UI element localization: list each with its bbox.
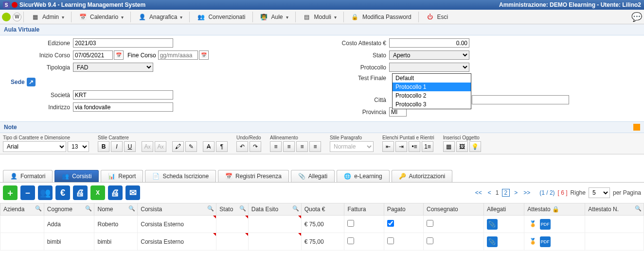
print2-button[interactable]: 🖨: [108, 185, 123, 200]
search-icon[interactable]: 🔍: [207, 205, 214, 212]
menu-convenzionati[interactable]: 👥Convenzionati: [192, 11, 250, 23]
excel-button[interactable]: X: [90, 185, 105, 200]
bold-button[interactable]: B: [98, 141, 109, 152]
indirizzo-input[interactable]: [73, 102, 173, 112]
protocollo-option[interactable]: Protocollo 2: [393, 91, 471, 100]
menu-admin[interactable]: ▦Admin: [26, 11, 69, 23]
menu-esci[interactable]: ⏻Esci: [421, 11, 453, 23]
col-attestato-n-[interactable]: Attestato N.🔍: [585, 203, 644, 216]
col-corsista[interactable]: Corsista🔍: [138, 203, 216, 216]
pagato-checkbox[interactable]: [387, 220, 394, 227]
protocollo-dropdown[interactable]: DefaultProtocollo 1Protocollo 2Protocoll…: [392, 73, 471, 109]
table-row[interactable]: AddaRobertoCorsista Esterno€ 75,00📎🏅 PDF: [0, 216, 644, 233]
inizio-corso-input[interactable]: [73, 50, 113, 60]
col-data-esito[interactable]: Data Esito🔍: [248, 203, 301, 216]
fattura-checkbox[interactable]: [347, 220, 354, 227]
menu-moduli[interactable]: ▤Moduli: [298, 11, 341, 23]
edizione-input[interactable]: [73, 38, 173, 48]
tab-autorizzazioni[interactable]: 🔑Autorizzazioni: [392, 170, 453, 182]
pdf-icon[interactable]: PDF: [540, 219, 551, 230]
remove-button[interactable]: －: [20, 185, 35, 200]
societa-input[interactable]: [73, 90, 173, 100]
menu-aule[interactable]: 👨‍🏫Aule: [255, 11, 293, 23]
tab-registri-presenza[interactable]: 📅Registri Presenza: [218, 170, 289, 182]
search-icon[interactable]: 🔍: [635, 205, 642, 212]
outdent-button[interactable]: ⇤: [382, 141, 394, 152]
consegnato-checkbox[interactable]: [427, 220, 433, 227]
insert-image-button[interactable]: 🖼: [456, 141, 468, 152]
clear-format-button[interactable]: A̶: [203, 141, 215, 152]
search-icon[interactable]: 🔍: [128, 205, 135, 212]
fattura-checkbox[interactable]: [347, 237, 354, 244]
search-icon[interactable]: 🔍: [239, 205, 246, 212]
pager-next[interactable]: >: [513, 189, 519, 196]
text-color-button[interactable]: 🖍: [172, 141, 184, 152]
redo-button[interactable]: ↷: [250, 141, 261, 152]
tab-scheda-iscrizione[interactable]: 📄Scheda Iscrizione: [145, 170, 216, 182]
number-list-button[interactable]: 1≡: [422, 141, 433, 152]
note-minimize-icon[interactable]: [633, 124, 640, 131]
inizio-corso-calendar-icon[interactable]: 📅: [114, 50, 124, 60]
superscript-button[interactable]: Ax: [155, 141, 166, 152]
pager-prev[interactable]: <: [486, 189, 493, 196]
group-button[interactable]: 👥: [38, 185, 53, 200]
search-icon[interactable]: 🔍: [85, 205, 92, 212]
align-right-button[interactable]: ≡: [296, 141, 308, 152]
pagato-checkbox[interactable]: [387, 237, 394, 244]
stato-select[interactable]: Aperto: [389, 50, 469, 60]
align-center-button[interactable]: ≡: [283, 141, 295, 152]
tab-e-learning[interactable]: 🌐e-Learning: [337, 170, 389, 182]
award-icon[interactable]: 🏅: [527, 218, 538, 229]
col-pagato[interactable]: Pagato: [384, 203, 423, 216]
highlight-button[interactable]: ✎: [185, 141, 197, 152]
indent-button[interactable]: ⇥: [395, 141, 407, 152]
consegnato-checkbox[interactable]: [427, 237, 433, 244]
font-size-select[interactable]: 13: [68, 141, 89, 152]
col-attestato[interactable]: Attestato🔒: [524, 203, 585, 216]
pager-page-2[interactable]: 2: [502, 189, 510, 197]
add-button[interactable]: ＋: [3, 185, 18, 200]
chat-icon[interactable]: 💬: [631, 12, 642, 22]
col-nome[interactable]: Nome🔍: [94, 203, 138, 216]
col-stato[interactable]: Stato🔍: [216, 203, 248, 216]
pager-first[interactable]: <<: [474, 189, 483, 196]
menu-calendario[interactable]: 📅Calendario: [73, 11, 128, 23]
pager-last[interactable]: >>: [522, 189, 532, 196]
underline-button[interactable]: U: [124, 141, 136, 152]
protocollo-select[interactable]: [389, 63, 469, 72]
pdf-icon[interactable]: PDF: [540, 236, 551, 247]
subscript-button[interactable]: Ax: [142, 141, 153, 152]
tab-corsisti[interactable]: 👥Corsisti: [54, 170, 99, 182]
protocollo-option[interactable]: Protocollo 1: [393, 83, 471, 91]
col-consegnato[interactable]: Consegnato: [424, 203, 484, 216]
align-justify-button[interactable]: ≡: [309, 141, 321, 152]
euro-button[interactable]: €: [55, 185, 70, 200]
rows-per-page-select[interactable]: 5: [589, 187, 610, 198]
tab-allegati[interactable]: 📎Allegati: [291, 170, 335, 182]
menu-anagrafica[interactable]: 👤Anagrafica: [133, 11, 187, 23]
fine-corso-calendar-icon[interactable]: 📅: [199, 50, 209, 60]
undo-button[interactable]: ↶: [236, 141, 248, 152]
insert-table-button[interactable]: ▦: [443, 141, 455, 152]
bullet-list-button[interactable]: •≡: [409, 141, 420, 152]
mail-button[interactable]: ✉: [125, 185, 140, 200]
font-family-select[interactable]: Arial: [3, 141, 66, 152]
tab-report[interactable]: 📊Report: [101, 170, 143, 182]
italic-button[interactable]: I: [111, 141, 123, 152]
col-allegati[interactable]: Allegati: [483, 203, 524, 216]
menu-password[interactable]: 🔒Modifica Password: [346, 11, 416, 23]
clip-icon[interactable]: 📎: [487, 219, 498, 230]
col-quota-[interactable]: Quota €: [301, 203, 344, 216]
paragraph-style-select[interactable]: Normale: [330, 141, 374, 152]
tab-formatori[interactable]: 👤Formatori: [3, 170, 53, 182]
clip-icon[interactable]: 📎: [487, 236, 498, 247]
show-marks-button[interactable]: ¶: [216, 141, 228, 152]
insert-tip-button[interactable]: 💡: [469, 141, 481, 152]
sede-link[interactable]: Sede ↗: [11, 78, 36, 86]
search-icon[interactable]: 🔍: [35, 205, 42, 212]
protocollo-option[interactable]: Default: [393, 74, 471, 83]
col-fattura[interactable]: Fattura: [344, 203, 384, 216]
col-azienda[interactable]: Azienda🔍: [0, 203, 44, 216]
award-icon[interactable]: 🏅: [527, 236, 538, 247]
table-row[interactable]: bimbibimbiCorsista Esterno€ 75,00📎🏅 PDF: [0, 233, 644, 251]
